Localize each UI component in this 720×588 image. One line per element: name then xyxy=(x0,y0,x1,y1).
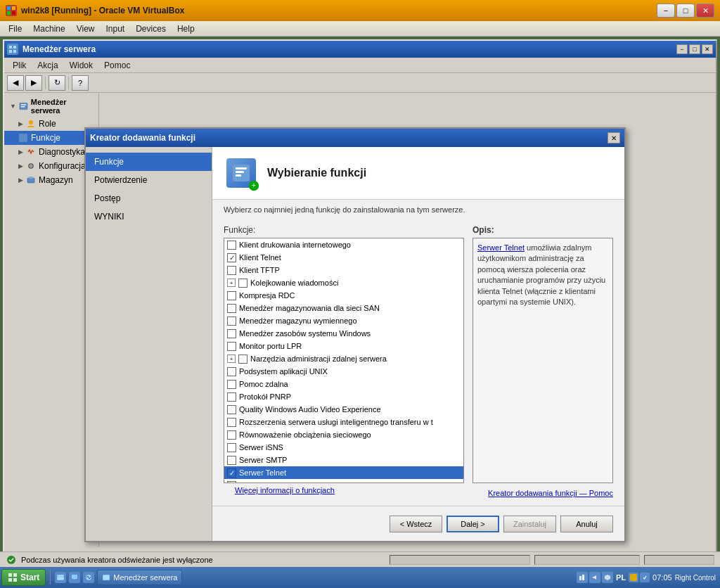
list-item[interactable]: Quality Windows Audio Video Experience xyxy=(224,403,463,416)
checkbox-isns[interactable] xyxy=(227,443,236,452)
list-item[interactable]: Menedżer magazynowania dla sieci SAN xyxy=(224,302,463,314)
inner-menu-pomoc[interactable]: Pomoc xyxy=(98,59,136,72)
list-item[interactable]: Podsystem aplikacji UNIX xyxy=(224,365,463,378)
dialog-title-bar: Kreator dodawania funkcji ✕ xyxy=(86,129,624,147)
close-button[interactable]: ✕ xyxy=(696,4,714,18)
next-button[interactable]: Dalej > xyxy=(446,516,499,532)
list-item[interactable]: + Kolejkowanie wiadomości xyxy=(224,276,463,289)
menu-input[interactable]: Input xyxy=(101,23,131,35)
checkbox-rownowazenie[interactable] xyxy=(227,430,236,440)
expand-icon-mag: ▶ xyxy=(18,177,23,184)
checkbox-protokol[interactable] xyxy=(227,392,236,402)
checkbox-menedzer-san[interactable] xyxy=(227,304,236,313)
list-item[interactable]: Klient TFTP xyxy=(224,264,463,276)
inner-menu-bar: Plik Akcja Widok Pomoc xyxy=(4,58,716,73)
list-item[interactable]: ✓ Klient Telnet xyxy=(224,251,463,264)
checkbox-kompresja[interactable] xyxy=(227,291,236,300)
taskbar-right: PL 07:05 Right Control xyxy=(577,572,719,583)
expand-icon: ▼ xyxy=(10,103,16,110)
expand-narzedzia[interactable]: + xyxy=(227,354,236,363)
back-button[interactable]: < Wstecz xyxy=(390,516,442,532)
sidebar-item-manager[interactable]: ▼ Menedżer serwera xyxy=(4,96,98,117)
refresh-toolbar-btn[interactable]: ↻ xyxy=(49,75,65,91)
checkbox-pomoc[interactable] xyxy=(227,380,236,389)
inner-menu-akcja[interactable]: Akcja xyxy=(32,59,63,72)
inner-maximize[interactable]: □ xyxy=(689,44,700,54)
svg-rect-35 xyxy=(630,574,637,581)
list-item[interactable]: Protokół PNRP xyxy=(224,390,463,403)
dialog-close-button[interactable]: ✕ xyxy=(608,132,620,143)
help-toolbar-btn[interactable]: ? xyxy=(72,75,89,91)
start-button[interactable]: Start xyxy=(1,569,46,586)
inner-close[interactable]: ✕ xyxy=(702,44,713,54)
start-label: Start xyxy=(20,573,39,582)
tray-security-icon[interactable] xyxy=(602,572,613,583)
checkbox-smtp[interactable] xyxy=(227,456,236,465)
inner-menu-widok[interactable]: Widok xyxy=(64,59,98,72)
dialog-nav-postep[interactable]: Postęp xyxy=(86,189,212,207)
list-item[interactable]: Serwer iSNS xyxy=(224,441,463,454)
svg-rect-15 xyxy=(23,138,27,142)
more-info-link[interactable]: Więcej informacji o funkcjach xyxy=(235,486,335,494)
list-item[interactable]: Rozszerzenia serwera usługi inteligentne… xyxy=(224,416,463,428)
toolbar: ◀ ▶ ↻ ? xyxy=(4,73,716,93)
tray-sound-icon[interactable] xyxy=(589,572,600,583)
forward-toolbar-btn[interactable]: ▶ xyxy=(25,75,42,91)
checkbox-narzedzia[interactable] xyxy=(238,354,248,364)
back-toolbar-btn[interactable]: ◀ xyxy=(7,75,24,91)
checkbox-kolejkowanie[interactable] xyxy=(238,279,248,288)
expand-icon-konf: ▶ xyxy=(18,162,23,170)
dialog-nav-funkcje[interactable]: Funkcje xyxy=(86,153,212,171)
checkbox-podsystem[interactable] xyxy=(227,367,236,376)
list-item[interactable]: Kompresja RDC xyxy=(224,289,463,302)
svg-point-17 xyxy=(30,165,32,167)
maximize-button[interactable]: □ xyxy=(676,4,695,18)
expand-kolejkowanie[interactable]: + xyxy=(227,279,236,287)
list-item[interactable]: Pomoc zdalna xyxy=(224,378,463,390)
app-icon xyxy=(6,5,17,16)
item-label: Klient Telnet xyxy=(239,253,281,262)
checkbox-menedzer-win[interactable] xyxy=(227,329,236,338)
install-button[interactable]: Zainstaluj xyxy=(503,516,556,532)
checkbox-rozszerzenia[interactable] xyxy=(227,418,236,427)
svg-rect-6 xyxy=(9,50,12,53)
help-link[interactable]: Kreator dodawania funkcji — Pomoc xyxy=(488,489,613,497)
list-item[interactable]: Serwer SMTP xyxy=(224,454,463,466)
list-item[interactable]: Równoważenie obciążenia sieciowego xyxy=(224,428,463,441)
tray-network-icon[interactable] xyxy=(577,572,588,583)
svg-rect-19 xyxy=(29,177,33,179)
menu-devices[interactable]: Devices xyxy=(130,23,172,35)
list-item[interactable]: Menedżer zasobów systemu Windows xyxy=(224,327,463,340)
cancel-button[interactable]: Anuluj xyxy=(560,516,613,532)
inner-minimize[interactable]: − xyxy=(676,44,688,54)
sidebar-mag-label: Magazyn xyxy=(39,175,73,185)
active-window-btn[interactable]: Menedżer serwera xyxy=(97,570,182,585)
svg-rect-32 xyxy=(103,575,110,580)
checkbox-quality[interactable] xyxy=(227,405,236,414)
inner-menu-plik[interactable]: Plik xyxy=(7,59,32,72)
checkbox-klient-tftp[interactable] xyxy=(227,266,236,275)
checkbox-monitor[interactable] xyxy=(227,342,236,351)
minimize-button[interactable]: − xyxy=(657,4,675,18)
menu-file[interactable]: File xyxy=(3,23,27,35)
expand-icon-role: ▶ xyxy=(18,120,23,127)
checkbox-klient-telnet[interactable]: ✓ xyxy=(227,253,236,262)
features-listbox[interactable]: Klient drukowania internetowego ✓ Klient… xyxy=(224,238,464,483)
menu-help[interactable]: Help xyxy=(172,23,200,35)
checkbox-drukowania[interactable] xyxy=(227,241,236,250)
desc-link[interactable]: Serwer Telnet xyxy=(477,243,525,252)
svg-rect-12 xyxy=(19,134,23,138)
list-item[interactable]: Menedżer magazynu wymiennego xyxy=(224,314,463,327)
desc-label: Opis: xyxy=(472,225,613,235)
list-item[interactable]: + Narzędzia administracji zdalnej serwer… xyxy=(224,352,463,365)
dialog-nav-wyniki[interactable]: WYNIKI xyxy=(86,207,212,226)
dialog-nav-potwierdzenie[interactable]: Potwierdzenie xyxy=(86,171,212,189)
list-item[interactable]: Klient drukowania internetowego xyxy=(224,238,463,251)
list-item[interactable]: Monitor portu LPR xyxy=(224,340,463,352)
menu-view[interactable]: View xyxy=(71,23,101,35)
menu-machine[interactable]: Machine xyxy=(27,23,70,35)
checkbox-menedzer-wym[interactable] xyxy=(227,317,236,326)
list-item-serwer-telnet[interactable]: ✓ Serwer Telnet xyxy=(224,466,463,479)
menu-bar: File Machine View Input Devices Help xyxy=(0,21,720,37)
checkbox-serwer-telnet[interactable]: ✓ xyxy=(227,468,236,478)
